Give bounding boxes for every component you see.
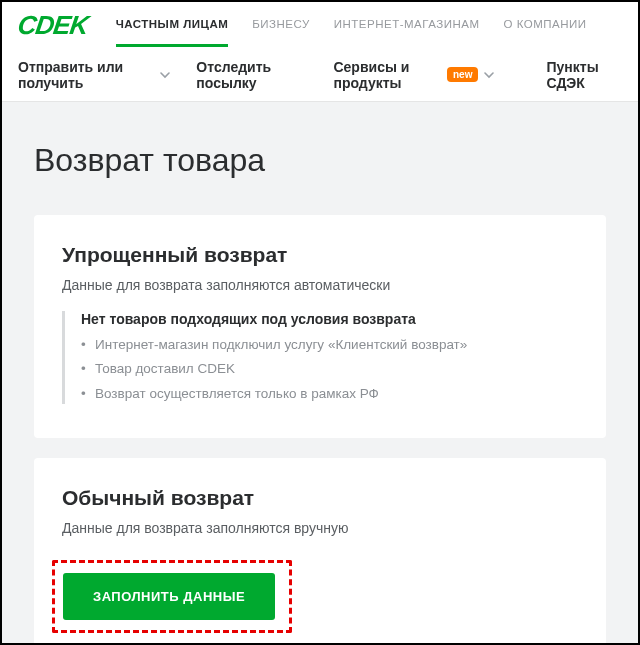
chevron-down-icon — [484, 70, 494, 80]
logo[interactable]: CDEK — [16, 10, 90, 41]
top-nav-eshops[interactable]: ИНТЕРНЕТ-МАГАЗИНАМ — [334, 4, 480, 47]
top-nav-business[interactable]: БИЗНЕСУ — [252, 4, 309, 47]
card-regular-return: Обычный возврат Данные для возврата запо… — [34, 458, 606, 645]
note-list-item: Интернет-магазин подключил услугу «Клиен… — [81, 335, 578, 355]
card-simplified-return: Упрощенный возврат Данные для возврата з… — [34, 215, 606, 438]
chevron-down-icon — [160, 70, 170, 80]
top-nav: ЧАСТНЫМ ЛИЦАМ БИЗНЕСУ ИНТЕРНЕТ-МАГАЗИНАМ… — [116, 4, 587, 47]
subnav-points[interactable]: Пункты СДЭК — [546, 59, 622, 91]
card-simplified-title: Упрощенный возврат — [62, 243, 578, 267]
page-title: Возврат товара — [34, 142, 606, 179]
card-simplified-subtitle: Данные для возврата заполняются автомати… — [62, 277, 578, 293]
subnav-track[interactable]: Отследить посылку — [196, 59, 307, 91]
note-list-item: Возврат осуществляется только в рамках Р… — [81, 384, 578, 404]
subnav-services[interactable]: Сервисы и продукты new — [333, 59, 494, 91]
top-nav-private[interactable]: ЧАСТНЫМ ЛИЦАМ — [116, 4, 229, 47]
top-nav-about[interactable]: О КОМПАНИИ — [504, 4, 587, 47]
note-block: Нет товаров подходящих под условия возвр… — [62, 311, 578, 404]
subnav-send-receive[interactable]: Отправить или получить — [18, 59, 170, 91]
subnav-send-receive-label: Отправить или получить — [18, 59, 154, 91]
subnav-services-label: Сервисы и продукты — [333, 59, 441, 91]
highlight-annotation: ЗАПОЛНИТЬ ДАННЫЕ — [52, 560, 292, 633]
subnav-points-label: Пункты СДЭК — [546, 59, 622, 91]
card-regular-subtitle: Данные для возврата заполняются вручную — [62, 520, 578, 536]
card-regular-title: Обычный возврат — [62, 486, 578, 510]
page-body: Возврат товара Упрощенный возврат Данные… — [2, 102, 638, 645]
note-list-item: Товар доставил CDEK — [81, 359, 578, 379]
subnav: Отправить или получить Отследить посылку… — [2, 48, 638, 102]
badge-new: new — [447, 67, 478, 82]
topbar: CDEK ЧАСТНЫМ ЛИЦАМ БИЗНЕСУ ИНТЕРНЕТ-МАГА… — [2, 2, 638, 48]
note-list: Интернет-магазин подключил услугу «Клиен… — [81, 335, 578, 404]
fill-data-button[interactable]: ЗАПОЛНИТЬ ДАННЫЕ — [63, 573, 275, 620]
subnav-track-label: Отследить посылку — [196, 59, 307, 91]
note-heading: Нет товаров подходящих под условия возвр… — [81, 311, 578, 327]
